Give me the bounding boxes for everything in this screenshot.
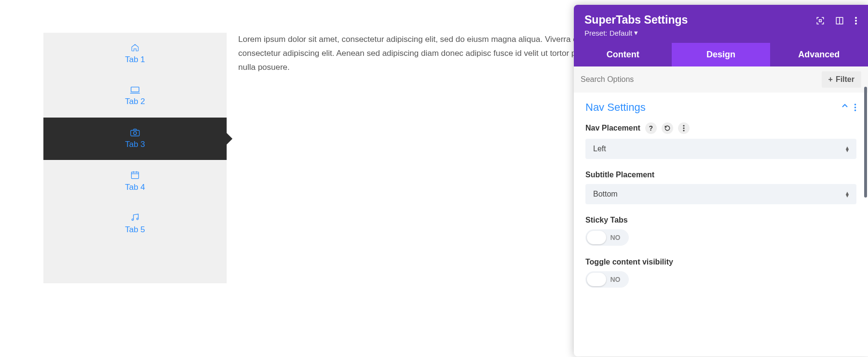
svg-point-8 — [855, 17, 857, 19]
toggle-value: NO — [606, 234, 627, 241]
filter-button[interactable]: + Filter — [822, 71, 861, 88]
svg-point-13 — [854, 109, 856, 111]
collapse-icon[interactable] — [841, 104, 848, 111]
calendar-icon — [130, 170, 140, 180]
svg-point-14 — [683, 125, 684, 126]
focus-icon[interactable] — [816, 16, 825, 25]
select-value: Bottom — [593, 190, 618, 198]
home-icon — [130, 43, 140, 52]
help-icon[interactable]: ? — [645, 122, 657, 134]
tab-item-1[interactable]: Tab 1 — [43, 33, 227, 75]
svg-point-5 — [136, 218, 138, 220]
field-label: Sticky Tabs — [585, 216, 628, 225]
field-label: Nav Placement — [585, 124, 640, 132]
svg-point-2 — [134, 132, 136, 134]
svg-rect-6 — [819, 20, 822, 22]
more-icon[interactable] — [854, 16, 857, 25]
tab-item-3[interactable]: Tab 3 — [43, 118, 227, 160]
svg-point-15 — [683, 127, 684, 129]
preset-selector[interactable]: Preset: Default ▾ — [584, 28, 688, 37]
section-more-icon[interactable] — [854, 104, 856, 111]
preset-label: Preset: Default — [584, 29, 632, 37]
tab-label: Tab 3 — [125, 140, 145, 149]
tab-item-4[interactable]: Tab 4 — [43, 160, 227, 202]
select-caret-icon: ▴▾ — [846, 191, 849, 197]
field-more-icon[interactable] — [678, 122, 690, 134]
toggle-knob — [587, 231, 606, 244]
laptop-icon — [130, 86, 140, 94]
tab-nav: Tab 1 Tab 2 Tab 3 Tab 4 Tab 5 — [43, 33, 227, 283]
svg-point-16 — [683, 130, 684, 131]
subtitle-placement-select[interactable]: Bottom ▴▾ — [585, 184, 856, 204]
svg-point-4 — [132, 219, 133, 220]
tab-label: Tab 2 — [125, 97, 145, 106]
section-title: Nav Settings — [585, 101, 646, 114]
tab-advanced-btn[interactable]: Advanced — [770, 43, 868, 66]
select-value: Left — [593, 145, 606, 153]
settings-panel: SuperTabs Settings Preset: Default ▾ Con… — [574, 5, 868, 357]
filter-row: + Filter — [574, 66, 868, 93]
sticky-tabs-field: Sticky Tabs NO — [585, 216, 856, 246]
filter-label: Filter — [836, 75, 854, 84]
select-caret-icon: ▴▾ — [846, 146, 849, 152]
reset-icon[interactable] — [662, 122, 673, 134]
nav-placement-field: Nav Placement ? Left ▴▾ — [585, 122, 856, 159]
field-label: Subtitle Placement — [585, 171, 654, 179]
visibility-toggle[interactable]: NO — [585, 271, 629, 288]
svg-rect-3 — [132, 172, 139, 178]
tab-label: Tab 4 — [125, 183, 145, 192]
plus-icon: + — [828, 75, 833, 84]
tab-item-2[interactable]: Tab 2 — [43, 75, 227, 118]
svg-rect-0 — [131, 87, 139, 92]
tab-label: Tab 1 — [125, 55, 145, 65]
svg-point-12 — [854, 106, 856, 108]
nav-placement-select[interactable]: Left ▴▾ — [585, 139, 856, 159]
tab-design-btn[interactable]: Design — [672, 43, 770, 66]
panel-tabs: Content Design Advanced — [574, 43, 868, 66]
sticky-tabs-toggle[interactable]: NO — [585, 229, 629, 246]
panel-title: SuperTabs Settings — [584, 13, 688, 26]
panel-header: SuperTabs Settings Preset: Default ▾ — [574, 5, 868, 43]
svg-point-11 — [854, 104, 856, 106]
subtitle-placement-field: Subtitle Placement Bottom ▴▾ — [585, 171, 856, 204]
field-label: Toggle content visibility — [585, 258, 673, 266]
camera-icon — [130, 128, 140, 137]
search-input[interactable] — [581, 75, 817, 84]
scrollbar[interactable] — [864, 87, 867, 198]
layout-icon[interactable] — [835, 16, 844, 25]
tab-label: Tab 5 — [125, 225, 145, 235]
tab-item-5[interactable]: Tab 5 — [43, 202, 227, 245]
svg-point-9 — [855, 20, 857, 22]
toggle-knob — [587, 273, 606, 286]
tab-content-btn[interactable]: Content — [574, 43, 672, 66]
svg-point-10 — [855, 23, 857, 25]
toggle-value: NO — [606, 276, 627, 283]
svg-rect-1 — [131, 131, 139, 136]
nav-settings-section: Nav Settings Nav Placement ? — [574, 93, 868, 304]
music-icon — [130, 212, 140, 222]
toggle-visibility-field: Toggle content visibility NO — [585, 258, 856, 288]
dropdown-caret-icon: ▾ — [634, 28, 638, 37]
